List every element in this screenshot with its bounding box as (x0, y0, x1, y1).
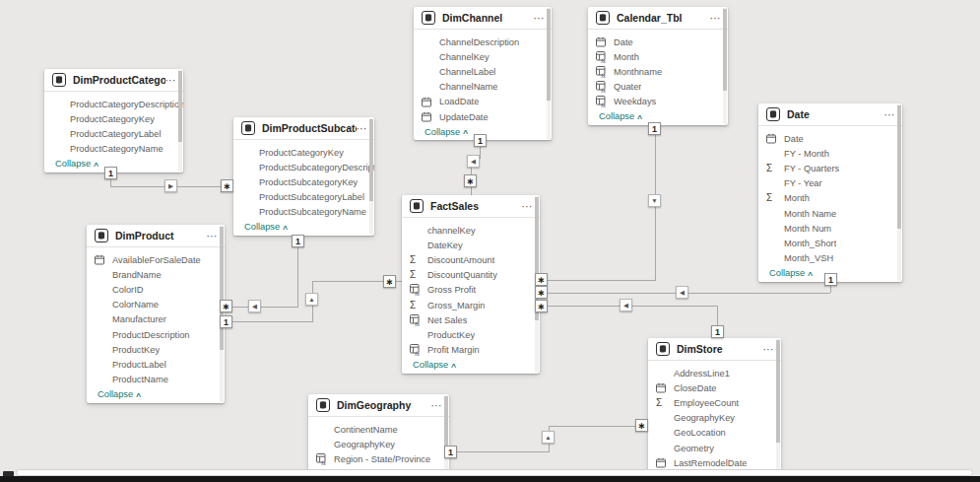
cardinality-many-badge[interactable]: ∗ (535, 300, 548, 312)
field-row[interactable]: ProductLabel (87, 357, 225, 372)
field-row[interactable]: ProductCategoryDescription (44, 97, 183, 111)
field-row[interactable]: ΣEmployeeCount (648, 395, 781, 410)
model-view-canvas[interactable]: DimProductCategory⋯ProductCategoryDescri… (0, 0, 980, 482)
field-row[interactable]: ProductCategoryKey (44, 111, 183, 126)
field-row[interactable]: ChannelDescription (414, 34, 552, 49)
relationship-line[interactable] (232, 321, 313, 322)
relationship-line[interactable] (548, 293, 830, 294)
table-header[interactable]: Calendar_Tbl⋯ (588, 7, 728, 30)
field-row[interactable]: ΣGross_Margin (402, 298, 540, 312)
filter-direction-arrow[interactable]: ◀ (467, 155, 480, 168)
cardinality-one-badge[interactable]: 1 (474, 134, 487, 147)
cardinality-many-badge[interactable]: ∗ (635, 419, 648, 432)
table-header[interactable]: DimGeography⋯ (308, 394, 449, 417)
table-scrollbar-thumb[interactable] (723, 9, 727, 91)
more-options-button[interactable]: ⋯ (522, 201, 534, 211)
field-row[interactable]: ColorID (87, 282, 225, 297)
filter-direction-arrow[interactable]: ▲ (305, 293, 318, 306)
cardinality-one-badge[interactable]: 1 (711, 325, 724, 338)
more-options-button[interactable]: ⋯ (884, 109, 896, 119)
field-row[interactable]: ProductKey (87, 342, 225, 357)
field-row[interactable]: ChannelKey (414, 49, 552, 64)
field-row[interactable]: Geometry (648, 441, 781, 455)
field-row[interactable]: ProductCategoryLabel (44, 126, 183, 141)
cardinality-one-badge[interactable]: 1 (648, 122, 661, 135)
table-card-DimProductCategory[interactable]: DimProductCategory⋯ProductCategoryDescri… (44, 69, 183, 172)
more-options-button[interactable]: ⋯ (357, 123, 368, 133)
cardinality-many-badge[interactable]: ∗ (464, 174, 477, 187)
table-card-FactSales[interactable]: FactSales⋯channelKeyDateKeyΣDiscountAmou… (402, 195, 540, 374)
relationship-line[interactable] (655, 135, 656, 280)
cardinality-many-badge[interactable]: ∗ (221, 179, 233, 192)
collapse-link[interactable]: Collapse∧ (233, 220, 374, 235)
table-scrollbar-thumb[interactable] (369, 119, 373, 201)
cardinality-one-badge[interactable]: 1 (824, 273, 837, 286)
field-row[interactable]: ProductSubcategoryName (233, 205, 374, 220)
filter-direction-arrow[interactable]: ▼ (648, 194, 661, 207)
relationship-line[interactable] (232, 307, 298, 308)
collapse-link[interactable]: Collapse∧ (402, 358, 540, 373)
field-row[interactable]: ChannelLabel (414, 64, 552, 79)
field-row[interactable]: fxProfit Margin (402, 343, 540, 358)
table-scrollbar[interactable] (776, 339, 780, 482)
relationship-line[interactable] (297, 247, 298, 308)
field-row[interactable]: ΣDiscountAmount (402, 252, 540, 267)
more-options-button[interactable]: ⋯ (165, 75, 177, 85)
more-options-button[interactable]: ⋯ (710, 13, 722, 23)
table-scrollbar[interactable] (547, 8, 551, 139)
field-row[interactable]: channelKey (402, 223, 540, 238)
table-scrollbar-thumb[interactable] (178, 71, 182, 142)
field-row[interactable]: fxRegion - State/Province (308, 451, 449, 466)
horizontal-scrollbar-thumb[interactable] (16, 469, 973, 476)
relationship-line[interactable] (480, 147, 481, 159)
field-row[interactable]: ProductKey (402, 327, 540, 342)
cardinality-many-badge[interactable]: ∗ (220, 300, 232, 312)
relationship-line[interactable] (830, 286, 831, 293)
cardinality-one-badge[interactable]: 1 (220, 315, 232, 328)
filter-direction-arrow[interactable]: ◀ (248, 300, 261, 312)
table-header[interactable]: DimChannel⋯ (414, 7, 552, 30)
more-options-button[interactable]: ⋯ (207, 231, 219, 241)
filter-direction-arrow[interactable]: ◀ (676, 286, 688, 299)
table-scrollbar-thumb[interactable] (547, 9, 551, 101)
field-row[interactable]: FY - Month (758, 146, 902, 161)
table-scrollbar[interactable] (220, 226, 224, 402)
more-options-button[interactable]: ⋯ (763, 344, 775, 354)
field-row[interactable]: ProductName (87, 373, 225, 387)
filter-direction-arrow[interactable]: ◀ (620, 299, 632, 311)
table-card-Calendar_Tbl[interactable]: Calendar_Tbl⋯DatefxMonthfxMonthnamefxQua… (588, 7, 728, 125)
table-header[interactable]: DimStore⋯ (648, 338, 781, 361)
table-scrollbar-thumb[interactable] (776, 340, 780, 443)
table-card-Date[interactable]: Date⋯DateFY - MonthΣFY - QuartersFY - Ye… (758, 103, 902, 282)
field-row[interactable]: fxGross Profit (402, 283, 540, 298)
table-card-DimProduct[interactable]: DimProduct⋯AvailableForSaleDateBrandName… (87, 225, 225, 403)
cardinality-many-badge[interactable]: ∗ (535, 286, 548, 299)
field-row[interactable]: Month Num (758, 221, 902, 236)
table-card-DimChannel[interactable]: DimChannel⋯ChannelDescriptionChannelKeyC… (414, 7, 552, 140)
table-scrollbar-thumb[interactable] (897, 105, 901, 229)
field-row[interactable]: DateKey (402, 238, 540, 252)
field-row[interactable]: UpdateDate (414, 109, 552, 124)
relationship-line[interactable] (548, 306, 717, 307)
field-row[interactable]: fxMonth (588, 49, 728, 64)
table-scrollbar[interactable] (897, 104, 901, 281)
more-options-button[interactable]: ⋯ (534, 13, 546, 23)
field-row[interactable]: ΣDiscountQuantity (402, 268, 540, 283)
field-row[interactable]: Date (758, 131, 902, 146)
table-header[interactable]: DimProductCategory⋯ (44, 69, 183, 92)
table-card-DimStore[interactable]: DimStore⋯AddressLine1CloseDateΣEmployeeC… (648, 338, 781, 482)
field-row[interactable]: ProductCategoryKey (233, 145, 374, 160)
cardinality-one-badge[interactable]: 1 (444, 446, 457, 458)
field-row[interactable]: ChannelName (414, 80, 552, 95)
field-row[interactable]: ContinentName (308, 422, 449, 437)
field-row[interactable]: ProductDescription (87, 327, 225, 342)
table-header[interactable]: Date⋯ (758, 103, 902, 126)
table-header[interactable]: DimProductSubcategory⋯ (233, 117, 374, 140)
more-options-button[interactable]: ⋯ (431, 400, 443, 410)
field-row[interactable]: fxQuater (588, 80, 728, 95)
cardinality-many-badge[interactable]: ∗ (383, 275, 396, 288)
relationship-line[interactable] (549, 426, 648, 427)
relationship-line[interactable] (548, 280, 656, 281)
field-row[interactable]: CloseDate (648, 380, 781, 395)
field-row[interactable]: ColorName (87, 298, 225, 312)
